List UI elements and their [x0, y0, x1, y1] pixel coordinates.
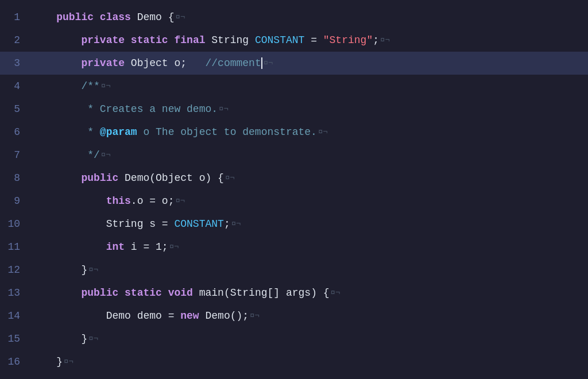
code-line: 2 private static final String CONSTANT =…: [0, 29, 588, 52]
token-string-val: "String": [323, 29, 373, 52]
token-normal: [206, 29, 212, 52]
line-content: private Object o; //comment¤¬: [32, 52, 273, 75]
token-normal: [118, 281, 125, 304]
token-normal: [162, 281, 168, 304]
line-content: public class Demo {¤¬: [32, 6, 185, 29]
indent: [32, 350, 56, 373]
token-kw-new: new: [180, 304, 199, 327]
code-line: 7 */¤¬: [0, 144, 588, 167]
code-line: 1 public class Demo {¤¬: [0, 6, 588, 29]
token-normal: Demo {: [131, 6, 175, 29]
line-content: String s = CONSTANT;¤¬: [32, 212, 241, 235]
token-normal: [125, 29, 131, 52]
token-kw-private: private: [81, 52, 125, 75]
line-content: int i = 1;¤¬: [32, 235, 179, 258]
line-number: 13: [0, 281, 32, 304]
indent: [32, 98, 87, 121]
pilcrow-icon: ¤¬: [175, 190, 185, 212]
token-normal: main(: [193, 281, 230, 304]
token-normal: [249, 29, 255, 52]
pilcrow-icon: ¤¬: [88, 327, 98, 350]
token-normal: i = 1;: [125, 235, 168, 258]
token-javadoc: * Creates a new demo.: [87, 98, 218, 121]
line-content: public Demo(Object o) {¤¬: [32, 167, 235, 190]
code-line: 9 this.o = o;¤¬: [0, 190, 588, 212]
indent: [32, 29, 81, 52]
token-kw-final: final: [174, 29, 205, 52]
code-line: 3 private Object o; //comment¤¬: [0, 52, 588, 75]
token-kw-this: this: [106, 190, 131, 212]
token-comment: //comment: [205, 52, 261, 75]
token-javadoc-tag: @param: [100, 121, 137, 144]
token-normal: Demo(: [118, 167, 156, 190]
token-class-name: Demo: [106, 304, 131, 327]
line-content: Demo demo = new Demo();¤¬: [32, 304, 260, 327]
line-number: 15: [0, 327, 32, 350]
line-number: 2: [0, 29, 32, 52]
token-type-string: String: [106, 212, 144, 235]
code-line: 13 public static void main(String[] args…: [0, 281, 588, 304]
line-content: private static final String CONSTANT = "…: [32, 29, 390, 52]
pilcrow-icon: ¤¬: [64, 350, 74, 373]
code-line: 11 int i = 1;¤¬: [0, 235, 588, 258]
token-const-name: CONSTANT: [255, 29, 304, 52]
line-number: 12: [0, 258, 32, 281]
line-content: public static void main(String[] args) {…: [32, 281, 340, 304]
indent: [32, 190, 106, 212]
line-number: 9: [0, 190, 32, 212]
token-kw-class: class: [100, 6, 131, 29]
line-number: 7: [0, 144, 32, 167]
indent: [32, 6, 56, 29]
token-normal: [94, 6, 100, 29]
token-kw-void: void: [168, 281, 193, 304]
code-line: 6 * @param o The object to demonstrate.¤…: [0, 121, 588, 144]
pilcrow-icon: ¤¬: [88, 258, 98, 281]
indent: [32, 212, 106, 235]
code-line: 14 Demo demo = new Demo();¤¬: [0, 304, 588, 327]
token-normal: [168, 29, 175, 52]
line-content: this.o = o;¤¬: [32, 190, 185, 212]
pilcrow-icon: ¤¬: [250, 304, 260, 327]
code-line: 16 }¤¬: [0, 350, 588, 373]
token-kw-private: private: [81, 29, 125, 52]
pilcrow-icon: ¤¬: [331, 281, 341, 304]
token-normal: ;: [373, 29, 379, 52]
code-line: 8 public Demo(Object o) {¤¬: [0, 167, 588, 190]
code-line: 12 }¤¬: [0, 258, 588, 281]
line-number: 16: [0, 350, 32, 373]
token-javadoc: o The object to demonstrate.: [137, 121, 317, 144]
token-const-name: CONSTANT: [174, 212, 223, 235]
token-kw-public: public: [56, 6, 94, 29]
line-content: /**¤¬: [32, 75, 111, 98]
token-normal: s =: [143, 212, 174, 235]
token-normal: ;: [224, 212, 230, 235]
token-normal: o;: [168, 52, 206, 75]
token-normal: =: [304, 29, 323, 52]
indent: [32, 281, 81, 304]
line-number: 3: [0, 52, 32, 75]
line-number: 8: [0, 167, 32, 190]
indent: [32, 121, 87, 144]
token-javadoc: */: [87, 144, 100, 167]
code-editor: 1 public class Demo {¤¬2 private static …: [0, 0, 588, 379]
token-kw-public: public: [81, 281, 118, 304]
line-number: 14: [0, 304, 32, 327]
token-javadoc: *: [87, 121, 100, 144]
token-normal: }: [81, 258, 87, 281]
line-content: */¤¬: [32, 144, 111, 167]
pilcrow-icon: ¤¬: [175, 6, 185, 29]
token-kw-static: static: [125, 281, 162, 304]
indent: [32, 75, 81, 98]
indent: [32, 167, 81, 190]
indent: [32, 52, 81, 75]
text-cursor: [261, 57, 262, 69]
token-normal: }: [81, 327, 87, 350]
line-content: }¤¬: [32, 258, 98, 281]
token-kw-public: public: [81, 167, 118, 190]
token-normal: demo =: [131, 304, 180, 327]
token-normal: }: [56, 350, 63, 373]
line-number: 6: [0, 121, 32, 144]
token-javadoc: /**: [81, 75, 99, 98]
token-type-string: String: [230, 281, 268, 304]
token-normal: [] args) {: [268, 281, 330, 304]
